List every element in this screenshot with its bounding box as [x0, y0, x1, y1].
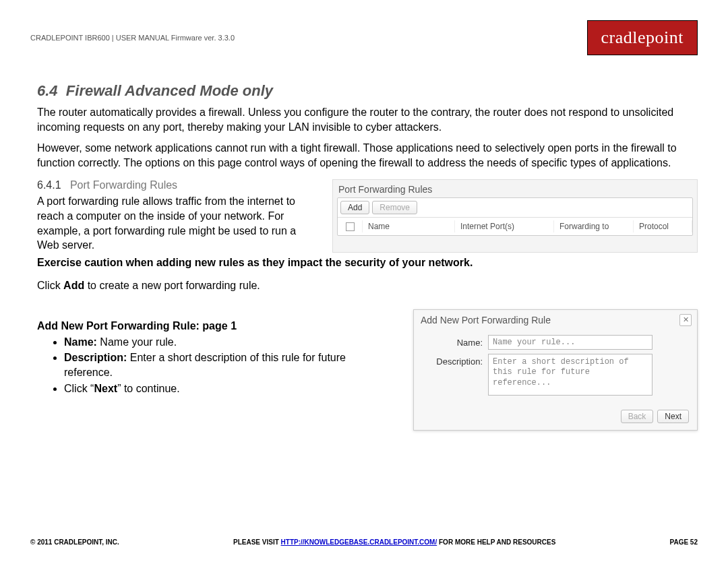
subsection-heading: 6.4.1 Port Forwarding Rules	[37, 179, 320, 191]
caution-text: Exercise caution when adding new rules a…	[30, 257, 698, 269]
section-para-1: The router automatically provides a fire…	[30, 105, 698, 134]
col-name: Name	[363, 220, 455, 232]
checkbox-all[interactable]	[346, 222, 355, 231]
dialog-title: Add New Port Forwarding Rule	[421, 315, 551, 325]
add-button[interactable]: Add	[340, 201, 369, 214]
back-button: Back	[621, 410, 654, 423]
footer-copyright: © 2011 CRADLEPOINT, INC.	[30, 538, 119, 546]
footer-page: PAGE 52	[669, 538, 698, 546]
name-input[interactable]: Name your rule...	[488, 335, 653, 350]
footer-link[interactable]: HTTP://KNOWLEDGEBASE.CRADLEPOINT.COM/	[281, 538, 437, 546]
widget-title: Port Forwarding Rules	[333, 180, 697, 197]
click-add-text: Click Add to create a new port forwardin…	[30, 280, 698, 292]
bullet-description: Description: Enter a short description o…	[64, 350, 393, 379]
description-label: Description:	[422, 354, 488, 367]
close-icon[interactable]: ✕	[679, 314, 692, 326]
document-header: CRADLEPOINT IBR600 | USER MANUAL Firmwar…	[30, 20, 235, 42]
bullet-name: Name: Name your rule.	[64, 335, 393, 350]
name-label: Name:	[422, 335, 488, 348]
bullet-next: Click “Next” to continue.	[64, 381, 393, 396]
section-heading: 6.4 Firewall Advanced Mode only	[30, 82, 698, 100]
description-input[interactable]: Enter a short description of this rule f…	[488, 354, 653, 396]
subsection-para: A port forwarding rule allows traffic fr…	[37, 194, 320, 252]
table-header-row: Name Internet Port(s) Forwarding to Prot…	[338, 218, 692, 235]
next-button[interactable]: Next	[657, 410, 689, 423]
add-rule-dialog: Add New Port Forwarding Rule ✕ Name: Nam…	[413, 309, 698, 431]
footer-center: PLEASE VISIT HTTP://KNOWLEDGEBASE.CRADLE…	[233, 538, 555, 546]
section-para-2: However, some network applications canno…	[30, 141, 698, 170]
col-protocol: Protocol	[634, 220, 692, 232]
col-forwarding-to: Forwarding to	[554, 220, 634, 232]
page1-heading: Add New Port Forwarding Rule: page 1	[30, 320, 393, 332]
remove-button: Remove	[372, 201, 417, 214]
col-internet-ports: Internet Port(s)	[455, 220, 554, 232]
port-forwarding-rules-screenshot: Port Forwarding Rules Add Remove Name In…	[332, 179, 698, 252]
cradlepoint-logo: cradlepoint	[587, 20, 698, 55]
